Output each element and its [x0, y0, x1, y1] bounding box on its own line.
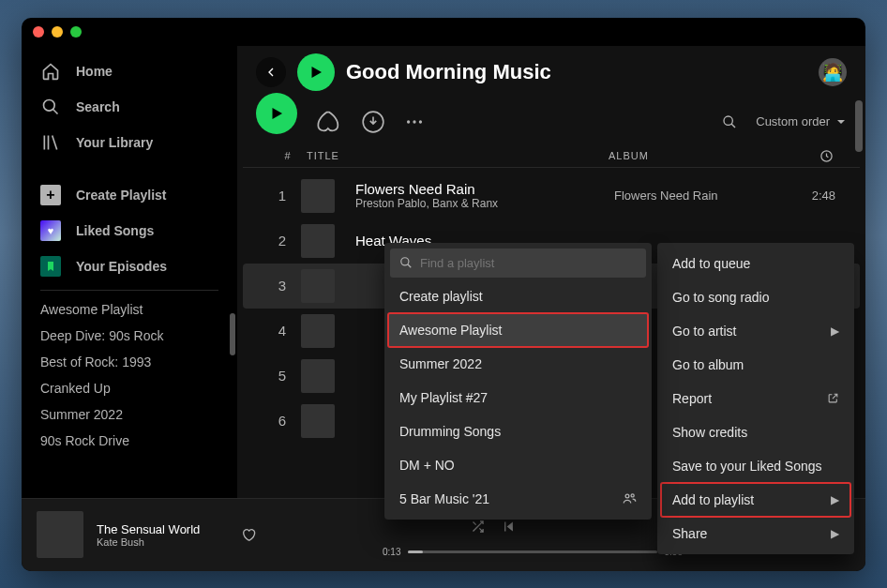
ctx-add-to-queue[interactable]: Add to queue [661, 247, 850, 280]
track-artwork [301, 224, 335, 258]
ctx-report[interactable]: Report [661, 382, 850, 415]
playlist-controls: Custom order [237, 98, 865, 145]
svg-point-17 [631, 494, 634, 497]
svg-marker-4 [312, 67, 323, 78]
create-playlist[interactable]: + Create Playlist [29, 177, 230, 213]
submenu-create-playlist[interactable]: Create playlist [388, 279, 648, 313]
now-playing-artwork[interactable] [37, 511, 83, 558]
column-number: # [269, 149, 307, 163]
ctx-save-liked[interactable]: Save to your Liked Songs [661, 449, 850, 483]
track-row[interactable]: 1 Flowers Need Rain Preston Pablo, Banx … [243, 173, 860, 219]
sidebar-playlist-item[interactable]: 90s Rock Drive [29, 428, 230, 454]
divider [40, 290, 218, 291]
play-button-secondary[interactable] [256, 93, 297, 134]
chevron-right-icon: ▶ [831, 527, 839, 540]
svg-point-14 [401, 258, 409, 265]
now-playing-title[interactable]: The Sensual World [97, 522, 228, 536]
svg-line-15 [408, 264, 412, 268]
ctx-go-to-song-radio[interactable]: Go to song radio [661, 280, 850, 314]
track-artwork [301, 359, 335, 393]
svg-point-9 [419, 120, 422, 123]
sidebar-playlist-item[interactable]: Best of Rock: 1993 [29, 349, 230, 375]
sidebar-scrollbar[interactable] [230, 313, 235, 355]
track-number: 1 [263, 188, 301, 204]
search-icon [399, 256, 413, 269]
svg-rect-19 [504, 522, 505, 532]
track-duration: 2:48 [783, 188, 839, 203]
submenu-playlist-item[interactable]: Awesome Playlist [388, 313, 648, 347]
nav-library[interactable]: Your Library [29, 125, 230, 160]
chevron-right-icon: ▶ [831, 493, 839, 506]
library-icon [40, 132, 61, 153]
track-album: Flowers Need Rain [614, 188, 783, 203]
track-list-header: # TITLE ALBUM [243, 145, 860, 168]
search-in-playlist-button[interactable] [722, 114, 737, 129]
ctx-go-to-artist[interactable]: Go to artist▶ [661, 314, 850, 348]
playlist-search-input[interactable] [420, 256, 637, 270]
play-button[interactable] [297, 53, 335, 91]
previous-button[interactable] [502, 520, 516, 534]
nav-home[interactable]: Home [29, 53, 230, 89]
column-title: TITLE [307, 149, 609, 163]
nav-label: Your Episodes [76, 259, 167, 274]
sidebar-playlist-item[interactable]: Cranked Up [29, 375, 230, 401]
window-maximize-button[interactable] [70, 26, 82, 38]
now-playing-artist[interactable]: Kate Bush [97, 536, 228, 548]
window-close-button[interactable] [33, 26, 44, 38]
shuffle-button[interactable] [471, 520, 485, 534]
sidebar-playlist-item[interactable]: Summer 2022 [29, 401, 230, 428]
nav-label: Liked Songs [76, 223, 154, 238]
heart-icon: ♥ [40, 220, 61, 241]
svg-point-7 [407, 120, 410, 123]
column-album: ALBUM [609, 149, 777, 163]
submenu-playlist-item[interactable]: Summer 2022 [388, 347, 648, 381]
column-duration [777, 149, 834, 163]
svg-marker-5 [273, 108, 283, 119]
ctx-go-to-album[interactable]: Go to album [661, 348, 850, 382]
back-button[interactable] [256, 57, 286, 87]
sidebar: Home Search Your Library + Create Playli… [22, 46, 237, 498]
main-scrollbar[interactable] [855, 100, 863, 152]
track-title: Flowers Need Rain [355, 181, 614, 197]
submenu-playlist-item[interactable]: 5 Bar Music '21 [388, 482, 648, 516]
window-minimize-button[interactable] [52, 26, 63, 38]
like-playlist-button[interactable] [316, 109, 342, 135]
plus-icon: + [40, 185, 61, 205]
your-episodes[interactable]: Your Episodes [29, 249, 230, 284]
nav-label: Search [76, 99, 120, 114]
nav-label: Create Playlist [76, 188, 167, 203]
like-track-button[interactable] [241, 527, 256, 542]
download-button[interactable] [361, 110, 385, 134]
context-menu: Add to queue Go to song radio Go to arti… [657, 243, 854, 554]
user-avatar[interactable]: 🧑‍💻 [819, 58, 847, 86]
nav-label: Home [76, 64, 113, 79]
track-number: 2 [263, 233, 301, 249]
liked-songs[interactable]: ♥ Liked Songs [29, 213, 230, 249]
sidebar-playlist-item[interactable]: Deep Dive: 90s Rock [29, 323, 230, 349]
svg-line-11 [731, 124, 735, 128]
more-options-button[interactable] [404, 112, 425, 132]
track-artist: Preston Pablo, Banx & Ranx [355, 197, 614, 210]
nav-label: Your Library [76, 135, 153, 150]
track-artwork [301, 179, 335, 213]
search-icon [40, 97, 61, 117]
ctx-show-credits[interactable]: Show credits [661, 415, 850, 449]
main-content: Good Morning Music 🧑‍💻 [237, 46, 865, 498]
sort-button[interactable]: Custom order [756, 114, 847, 128]
track-number: 3 [263, 278, 301, 294]
sort-label: Custom order [756, 114, 830, 128]
submenu-playlist-item[interactable]: Drumming Songs [388, 415, 648, 448]
svg-point-16 [625, 494, 629, 498]
ctx-share[interactable]: Share▶ [661, 517, 850, 550]
submenu-playlist-item[interactable]: My Playlist #27 [388, 381, 648, 415]
progress-bar[interactable] [408, 550, 656, 553]
submenu-playlist-item[interactable]: DM + NO [388, 448, 648, 482]
elapsed-time: 0:13 [383, 547, 400, 557]
playlist-search[interactable] [390, 249, 646, 278]
sidebar-playlist-item[interactable]: Awesome Playlist [29, 296, 230, 323]
track-artwork [301, 404, 335, 438]
nav-search[interactable]: Search [29, 89, 230, 125]
ctx-add-to-playlist[interactable]: Add to playlist▶ [661, 483, 850, 517]
track-artwork [301, 314, 335, 348]
track-number: 5 [263, 368, 301, 384]
